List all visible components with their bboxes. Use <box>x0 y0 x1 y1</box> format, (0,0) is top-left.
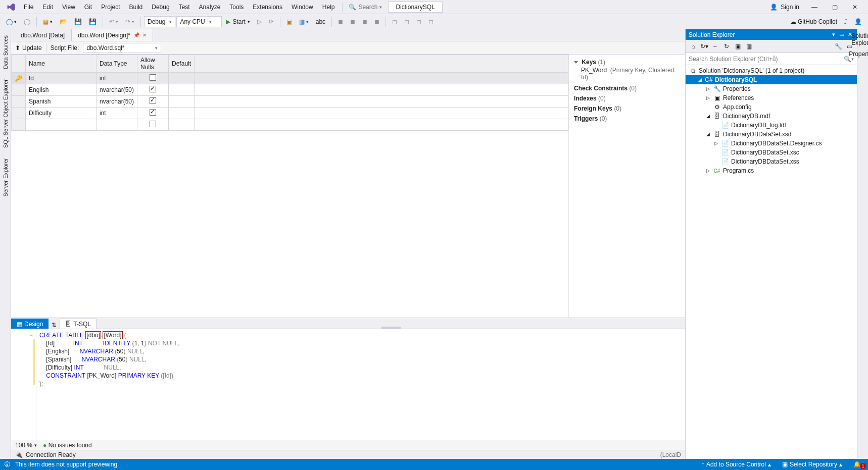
fk-header[interactable]: Foreign Keys (0) <box>574 105 621 112</box>
se-search[interactable]: 🔍▾ <box>686 53 857 65</box>
copilot-button[interactable]: ☁︎ GitHub Copilot <box>787 16 840 27</box>
add-source-control[interactable]: ↑ Add to Source Control ▴ <box>698 461 774 468</box>
column-row[interactable]: Spanishnvarchar(50) <box>12 96 568 108</box>
col-type[interactable]: Data Type <box>97 55 137 73</box>
close-icon[interactable]: ✕ <box>142 32 147 38</box>
collapse-icon[interactable]: ⌄ <box>29 332 33 337</box>
cell-type[interactable]: nvarchar(50) <box>97 84 137 96</box>
tree-properties[interactable]: ▷🔧Properties <box>686 84 857 93</box>
collapse-all-icon[interactable]: ▣ <box>733 42 742 51</box>
toolbox-2[interactable]: ▥▾ <box>296 16 312 27</box>
menu-tools[interactable]: Tools <box>225 2 248 13</box>
cell-name[interactable]: Id <box>26 73 97 84</box>
col-default[interactable]: Default <box>169 55 195 73</box>
chevron-right-icon[interactable]: ▷ <box>705 86 711 91</box>
menu-extensions[interactable]: Extensions <box>248 2 287 13</box>
check-header[interactable]: Check Constraints (0) <box>574 85 637 92</box>
menu-edit[interactable]: Edit <box>38 2 58 13</box>
panel-menu-icon[interactable]: ▾ <box>830 31 838 38</box>
wrench-icon[interactable]: 🔧 <box>834 42 843 51</box>
solution-name-box[interactable]: DictionarySQL <box>388 2 442 13</box>
cell-default[interactable] <box>169 108 195 119</box>
back-icon[interactable]: ← <box>711 42 720 51</box>
tree-designer[interactable]: ▷📄DictionaryDBDataSet.Designer.cs <box>686 139 857 148</box>
save-button[interactable]: 💾 <box>71 16 85 27</box>
cell-nulls[interactable] <box>137 84 169 96</box>
tree-project[interactable]: ◢C#DictionarySQL <box>686 75 857 84</box>
col-nulls[interactable]: Allow Nulls <box>137 55 169 73</box>
checkbox[interactable] <box>150 86 156 92</box>
menu-test[interactable]: Test <box>174 2 195 13</box>
open-file-button[interactable]: 📂 <box>57 16 70 27</box>
zoom-control[interactable]: 100 %▾ <box>15 442 37 449</box>
tab-design[interactable]: ▦ Design <box>11 319 49 329</box>
update-button[interactable]: ⬆ Update <box>15 44 42 51</box>
cell-type[interactable]: int <box>97 108 137 119</box>
rail-solution-explorer[interactable]: Solution Explorer <box>851 32 868 46</box>
sign-in-button[interactable]: 👤 Sign in <box>765 4 804 11</box>
start-debug-button[interactable]: ▶Start▾ <box>223 17 253 26</box>
home-icon[interactable]: ⌂ <box>689 42 698 51</box>
tab-tsql[interactable]: 🗄 T-SQL <box>60 319 97 329</box>
chevron-down-icon[interactable]: ◢ <box>705 132 711 137</box>
tree-ldf[interactable]: 📄DictionaryDB_log.ldf <box>686 121 857 130</box>
show-all-icon[interactable]: ▥ <box>744 42 753 51</box>
rail-server-explorer[interactable]: Server Explorer <box>2 155 10 199</box>
redo-button[interactable]: ↷▾ <box>122 16 137 27</box>
menu-build[interactable]: Build <box>125 2 148 13</box>
chevron-down-icon[interactable]: ◢ <box>705 114 711 119</box>
tree-references[interactable]: ▷▣References <box>686 93 857 102</box>
select-repository[interactable]: ▣ Select Repository ▴ <box>779 461 845 468</box>
cell-name[interactable]: Spanish <box>26 96 97 108</box>
keys-header[interactable]: Keys (1) <box>582 59 605 66</box>
column-row[interactable]: 🔑Idint <box>12 73 568 84</box>
chevron-down-icon[interactable]: ◢ <box>697 77 703 82</box>
share-button[interactable]: ⤴ <box>841 16 850 27</box>
solution-tree[interactable]: ⧉Solution 'DictionarySQL' (1 of 1 projec… <box>686 65 857 459</box>
checkbox[interactable] <box>150 121 156 127</box>
config-combo[interactable]: Debug▾ <box>144 16 175 27</box>
menu-git[interactable]: Git <box>80 2 97 13</box>
undo-button[interactable]: ↶▾ <box>106 16 121 27</box>
pk-row[interactable]: PK_Word (Primary Key, Clustered: Id) <box>574 66 680 82</box>
cell-nulls[interactable] <box>137 108 169 119</box>
code-text[interactable]: CREATE TABLE [dbo].[Word] ( [Id] INT IDE… <box>36 329 685 440</box>
pin-icon[interactable]: 📌 <box>133 32 139 38</box>
tab-dbo-word-data[interactable]: dbo.Word [Data] <box>14 29 71 41</box>
checkbox[interactable] <box>150 97 156 104</box>
cell-default[interactable] <box>169 84 195 96</box>
chevron-right-icon[interactable]: ▷ <box>705 95 711 100</box>
save-all-button[interactable]: 💾 <box>86 16 100 27</box>
cell-name[interactable]: English <box>26 84 97 96</box>
rail-data-sources[interactable]: Data Sources <box>2 32 10 72</box>
menu-view[interactable]: View <box>58 2 80 13</box>
window-close[interactable]: ✕ <box>845 0 865 14</box>
window-maximize[interactable]: ▢ <box>825 0 845 14</box>
nav-back-button[interactable]: ◯▾ <box>3 16 20 27</box>
start-no-debug-button[interactable]: ▷ <box>254 16 265 27</box>
issues-indicator[interactable]: ● No issues found <box>43 442 92 449</box>
global-search[interactable]: 🔍 Search ▾ <box>346 3 385 12</box>
tree-appconfig[interactable]: ⚙App.config <box>686 102 857 112</box>
checkbox[interactable] <box>150 74 156 81</box>
rail-sql-server[interactable]: SQL Server Object Explorer <box>2 76 10 151</box>
menu-project[interactable]: Project <box>97 2 124 13</box>
tree-xss[interactable]: 📄DictionaryDBDataSet.xss <box>686 157 857 166</box>
rail-properties[interactable]: Properties <box>849 50 868 58</box>
menu-analyze[interactable]: Analyze <box>195 2 225 13</box>
nav-forward-button[interactable]: ◯ <box>21 16 33 27</box>
se-search-input[interactable] <box>689 56 844 63</box>
cell-nulls[interactable] <box>137 96 169 108</box>
columns-grid[interactable]: Name Data Type Allow Nulls Default 🔑Idin… <box>11 55 569 318</box>
tree-xsd[interactable]: ◢🗄DictionaryDBDataSet.xsd <box>686 130 857 139</box>
chevron-right-icon[interactable]: ▷ <box>705 168 711 173</box>
tsql-editor[interactable]: ⌄ CREATE TABLE [dbo].[Word] ( [Id] INT I… <box>11 329 685 440</box>
cell-default[interactable] <box>169 96 195 108</box>
sync-icon[interactable]: ↻▾ <box>700 42 709 51</box>
toolbox-3[interactable]: abc <box>313 16 328 27</box>
toolbox-1[interactable]: ▣ <box>283 16 295 27</box>
chevron-right-icon[interactable]: ▷ <box>713 141 719 146</box>
tree-program[interactable]: ▷C#Program.cs <box>686 166 857 175</box>
menu-debug[interactable]: Debug <box>147 2 174 13</box>
indexes-header[interactable]: Indexes (0) <box>574 95 606 102</box>
